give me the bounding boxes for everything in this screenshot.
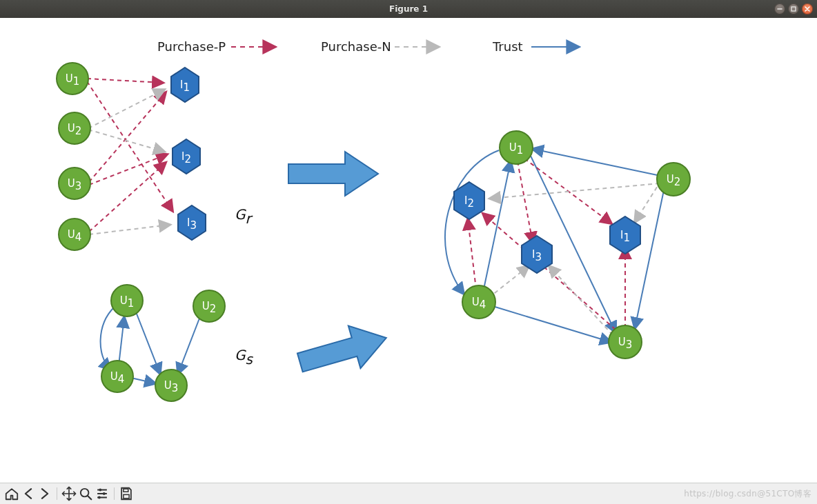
node-r-u1: U1 bbox=[500, 131, 533, 164]
big-arrow-bottom bbox=[294, 316, 393, 383]
edge-t bbox=[445, 150, 499, 294]
edge-n bbox=[489, 266, 529, 298]
edge-gr-p bbox=[89, 163, 166, 232]
separator bbox=[114, 487, 115, 500]
separator bbox=[57, 487, 57, 500]
svg-rect-44 bbox=[124, 494, 129, 498]
edge-p bbox=[518, 161, 533, 243]
close-icon bbox=[804, 6, 811, 12]
legend-trust-label: Trust bbox=[492, 39, 523, 54]
edge-gs-t bbox=[135, 310, 160, 374]
edge-gs-t bbox=[119, 317, 124, 365]
edge-t bbox=[533, 149, 664, 177]
close-button[interactable] bbox=[802, 3, 813, 14]
node-gs-u3: U3 bbox=[155, 370, 187, 401]
zoom-icon bbox=[78, 486, 93, 501]
edge-t bbox=[635, 190, 664, 328]
node-i3: I3 bbox=[178, 205, 206, 240]
matplotlib-toolbar: https://blog.csdn@51CTO博客 bbox=[0, 483, 817, 504]
legend: Purchase-P Purchase-N Trust bbox=[157, 39, 578, 54]
node-i2: I2 bbox=[173, 139, 200, 174]
svg-marker-24 bbox=[294, 316, 393, 383]
forward-button[interactable] bbox=[37, 486, 52, 501]
save-button[interactable] bbox=[119, 486, 134, 501]
watermark: https://blog.csdn@51CTO博客 bbox=[684, 488, 811, 500]
graph-gr: U1 U2 U3 U4 I1 I2 I3 bbox=[57, 63, 206, 250]
node-i1: I1 bbox=[171, 68, 199, 102]
edge-t bbox=[483, 161, 511, 292]
home-icon bbox=[4, 486, 19, 501]
node-gs-u2: U2 bbox=[193, 290, 225, 322]
minimize-icon bbox=[776, 6, 783, 12]
node-gs-u1: U1 bbox=[111, 285, 143, 316]
edge-gs-t bbox=[178, 313, 201, 374]
edge-p bbox=[468, 219, 476, 290]
svg-point-40 bbox=[99, 489, 101, 492]
label-gs: Gs bbox=[235, 347, 254, 367]
window-buttons bbox=[774, 3, 813, 14]
save-icon bbox=[119, 486, 134, 501]
svg-point-42 bbox=[98, 496, 101, 499]
edge-t bbox=[493, 306, 611, 342]
maximize-button[interactable] bbox=[788, 3, 799, 14]
legend-purchase-p-label: Purchase-P bbox=[157, 39, 226, 54]
sliders-icon bbox=[95, 486, 110, 501]
title-bar: Figure 1 bbox=[0, 0, 817, 18]
configure-button[interactable] bbox=[95, 486, 110, 501]
home-button[interactable] bbox=[4, 486, 19, 501]
node-r-i1: I1 bbox=[610, 216, 640, 254]
edge-gr-p bbox=[87, 81, 173, 211]
edge-n bbox=[549, 266, 613, 335]
edge-gr-n bbox=[88, 130, 164, 152]
edge-gs-t bbox=[101, 308, 114, 370]
graph-gs: U1 U2 U3 U4 bbox=[101, 285, 225, 401]
node-u1: U1 bbox=[57, 63, 88, 94]
arrow-left-icon bbox=[21, 486, 36, 501]
figure-canvas: Purchase-P Purchase-N Trust U1 U2 U3 U4 … bbox=[0, 18, 817, 483]
figure-svg: Purchase-P Purchase-N Trust U1 U2 U3 U4 … bbox=[0, 18, 817, 483]
svg-rect-0 bbox=[791, 7, 796, 11]
node-u3: U3 bbox=[59, 168, 90, 199]
node-u2: U2 bbox=[59, 112, 90, 144]
node-r-u3: U3 bbox=[609, 325, 642, 359]
edge-gr-p bbox=[89, 154, 167, 185]
node-u4: U4 bbox=[59, 219, 90, 250]
edge-gr-p bbox=[89, 92, 166, 182]
edge-gs-t bbox=[131, 378, 155, 383]
label-gr: Gr bbox=[235, 206, 253, 227]
big-arrow-top bbox=[288, 152, 378, 196]
maximize-icon bbox=[790, 6, 797, 12]
edge-gr-n bbox=[88, 90, 164, 128]
svg-marker-23 bbox=[288, 152, 378, 196]
node-r-u4: U4 bbox=[462, 285, 495, 319]
legend-purchase-n-label: Purchase-N bbox=[321, 39, 391, 54]
graph-combined: U1 U2 U3 U4 I1 I2 I3 bbox=[445, 131, 690, 359]
pan-button[interactable] bbox=[61, 486, 77, 501]
arrow-right-icon bbox=[37, 486, 52, 501]
move-icon bbox=[61, 486, 77, 501]
node-gs-u4: U4 bbox=[101, 361, 133, 392]
svg-point-41 bbox=[103, 492, 106, 495]
edge-gr-n bbox=[89, 225, 170, 234]
edge-n bbox=[635, 181, 661, 222]
node-r-u2: U2 bbox=[657, 163, 690, 196]
minimize-button[interactable] bbox=[774, 3, 785, 14]
window-title: Figure 1 bbox=[389, 4, 428, 14]
node-r-i2: I2 bbox=[454, 182, 484, 219]
edge-gr-p bbox=[87, 79, 163, 83]
edge-p bbox=[483, 214, 616, 330]
svg-rect-43 bbox=[124, 489, 128, 492]
back-button[interactable] bbox=[21, 486, 36, 501]
zoom-button[interactable] bbox=[78, 486, 93, 501]
